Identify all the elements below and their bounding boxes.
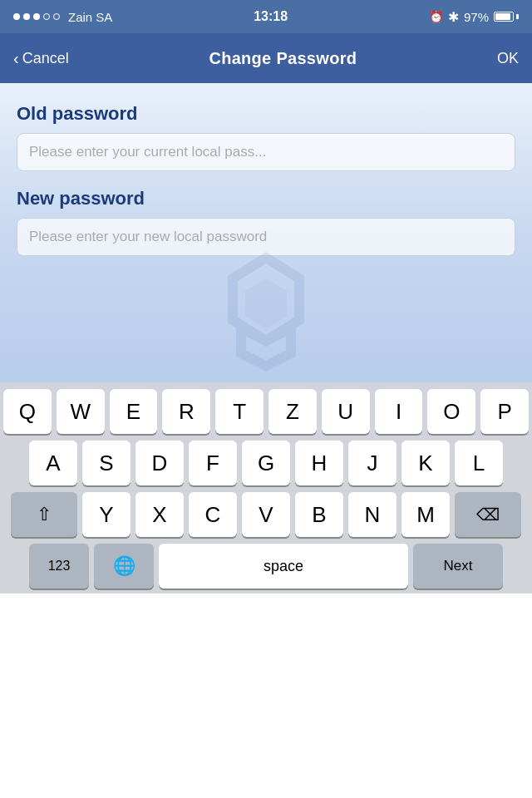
key-G[interactable]: G [242, 441, 290, 485]
key-Y[interactable]: Y [82, 492, 131, 537]
signal-dot-3 [33, 13, 40, 20]
keyboard: Q W E R T Z U I O P A S D F G H J K L ⇧ … [0, 382, 532, 594]
globe-icon: 🌐 [113, 555, 135, 577]
status-time: 13:18 [254, 9, 288, 24]
signal-dot-1 [13, 13, 20, 20]
key-E[interactable]: E [110, 389, 158, 434]
old-password-label: Old password [17, 103, 515, 125]
app-logo-watermark [183, 233, 349, 382]
key-H[interactable]: H [295, 441, 343, 485]
key-V[interactable]: V [242, 492, 290, 537]
svg-marker-2 [241, 328, 291, 366]
space-key[interactable]: space [159, 544, 408, 589]
key-D[interactable]: D [135, 441, 184, 485]
key-U[interactable]: U [322, 389, 370, 434]
nav-bar: ‹ Cancel Change Password OK [0, 33, 532, 83]
signal-dots [13, 13, 60, 20]
back-chevron-icon: ‹ [13, 49, 19, 68]
signal-dot-2 [23, 13, 30, 20]
globe-key[interactable]: 🌐 [94, 544, 154, 589]
shift-icon: ⇧ [37, 504, 52, 525]
key-A[interactable]: A [29, 441, 77, 485]
next-key[interactable]: Next [413, 544, 503, 589]
status-right: ⏰ ✱ 97% [429, 9, 519, 25]
svg-marker-1 [245, 278, 287, 328]
signal-dot-5 [53, 13, 60, 20]
key-P[interactable]: P [480, 389, 529, 434]
key-Q[interactable]: Q [3, 389, 52, 434]
key-S[interactable]: S [82, 441, 131, 485]
key-C[interactable]: C [189, 492, 237, 537]
keyboard-row-1: Q W E R T Z U I O P [3, 389, 529, 434]
page-title: Change Password [209, 49, 357, 68]
key-X[interactable]: X [135, 492, 184, 537]
key-I[interactable]: I [375, 389, 423, 434]
battery-percent: 97% [464, 10, 489, 24]
new-password-label: New password [17, 188, 515, 209]
key-M[interactable]: M [401, 492, 450, 537]
ok-button[interactable]: OK [497, 50, 519, 67]
key-K[interactable]: K [401, 441, 450, 485]
status-left: Zain SA [13, 10, 112, 24]
delete-key[interactable]: ⌫ [455, 492, 521, 537]
next-label: Next [444, 558, 473, 574]
key-O[interactable]: O [427, 389, 475, 434]
old-password-input[interactable]: Please enter your current local pass... [17, 133, 515, 171]
key-B[interactable]: B [295, 492, 343, 537]
key-R[interactable]: R [162, 389, 210, 434]
key-J[interactable]: J [348, 441, 397, 485]
battery-icon [494, 12, 519, 22]
delete-icon: ⌫ [476, 505, 500, 525]
key-T[interactable]: T [215, 389, 264, 434]
keyboard-row-3: ⇧ Y X C V B N M ⌫ [3, 492, 529, 537]
old-password-placeholder: Please enter your current local pass... [29, 144, 266, 160]
shift-key[interactable]: ⇧ [11, 492, 77, 537]
numbers-label: 123 [48, 559, 71, 574]
key-W[interactable]: W [57, 389, 105, 434]
keyboard-row-2: A S D F G H J K L [3, 441, 529, 485]
bluetooth-icon: ✱ [448, 9, 459, 25]
status-bar: Zain SA 13:18 ⏰ ✱ 97% [0, 0, 532, 33]
cancel-label: Cancel [22, 50, 69, 67]
key-L[interactable]: L [455, 441, 503, 485]
key-Z[interactable]: Z [268, 389, 317, 434]
cancel-button[interactable]: ‹ Cancel [13, 49, 69, 68]
key-F[interactable]: F [189, 441, 237, 485]
keyboard-bottom-row: 123 🌐 space Next [3, 544, 529, 589]
signal-dot-4 [43, 13, 50, 20]
key-N[interactable]: N [348, 492, 397, 537]
space-label: space [264, 558, 303, 575]
content-area: Old password Please enter your current l… [0, 83, 532, 382]
carrier-name: Zain SA [68, 10, 112, 24]
numbers-key[interactable]: 123 [29, 544, 89, 589]
alarm-icon: ⏰ [429, 10, 443, 23]
